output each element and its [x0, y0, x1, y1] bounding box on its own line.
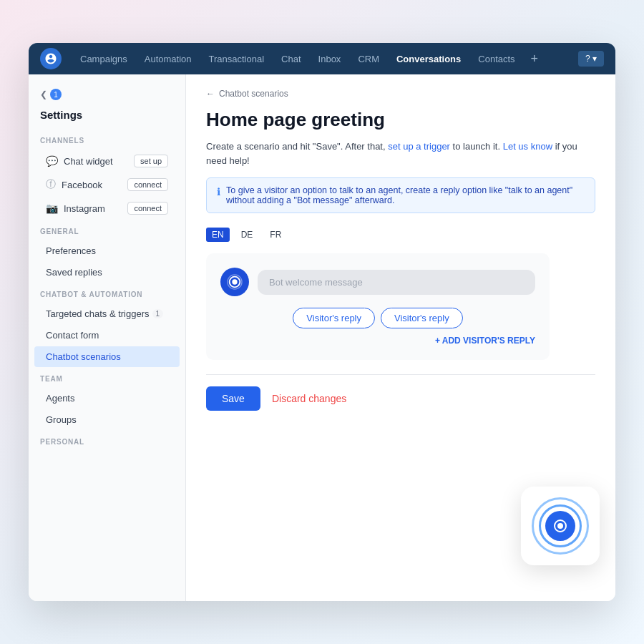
- action-buttons: Save Discard changes: [206, 386, 595, 411]
- sidebar-section-chatbot: CHATBOT & AUTOMATION: [29, 283, 185, 303]
- nav-campaigns[interactable]: Campaigns: [73, 49, 135, 69]
- sidebar-item-targeted-label: Targeted chats & triggers: [46, 308, 150, 319]
- sidebar-item-preferences[interactable]: Preferences: [34, 240, 180, 261]
- sidebar: ❮ 1 Settings CHANNELS 💬 Chat widget set …: [29, 74, 186, 601]
- sidebar-item-chat-widget-label: Chat widget: [64, 156, 113, 167]
- lang-tabs: EN DE FR: [206, 228, 595, 242]
- bot-scenario-card: Bot welcome message Visitor's reply Visi…: [206, 253, 550, 360]
- sidebar-item-facebook-label: Facebook: [62, 180, 102, 190]
- page-title: Home page greeting: [206, 109, 595, 131]
- sidebar-title: Settings: [29, 109, 185, 130]
- sidebar-item-groups[interactable]: Groups: [34, 409, 180, 430]
- add-visitor-reply-link[interactable]: + ADD VISITOR'S REPLY: [220, 336, 535, 346]
- nav-contacts[interactable]: Contacts: [471, 49, 522, 69]
- nav-help-button[interactable]: ? ▾: [578, 51, 604, 67]
- nav-inbox[interactable]: Inbox: [311, 49, 348, 69]
- sidebar-section-team: TEAM: [29, 368, 185, 387]
- sidebar-item-saved-replies[interactable]: Saved replies: [34, 262, 180, 283]
- bot-avatar: [220, 268, 249, 296]
- sidebar-back-button[interactable]: ❮ 1: [40, 89, 62, 100]
- facebook-icon: ⓕ: [46, 178, 56, 191]
- sidebar-item-agents[interactable]: Agents: [34, 388, 180, 409]
- nav-conversations[interactable]: Conversations: [389, 49, 468, 69]
- sidebar-item-instagram[interactable]: 📷 Instagram connect: [34, 197, 180, 220]
- back-arrow-icon: ❮: [40, 89, 47, 99]
- lang-tab-en[interactable]: EN: [206, 228, 230, 242]
- section-divider: [206, 374, 595, 375]
- nav-crm[interactable]: CRM: [351, 49, 386, 69]
- breadcrumb-arrow-icon: ←: [206, 89, 215, 99]
- save-button[interactable]: Save: [206, 386, 260, 411]
- info-text: To give a visitor an option to talk to a…: [226, 185, 585, 205]
- sidebar-item-chat-widget[interactable]: 💬 Chat widget set up: [34, 150, 180, 172]
- discard-button[interactable]: Discard changes: [272, 393, 346, 404]
- chatbot-widget-card[interactable]: [521, 487, 600, 565]
- ring-middle: [539, 504, 582, 547]
- sidebar-item-saved-replies-label: Saved replies: [46, 267, 102, 278]
- breadcrumb-text: Chatbot scenarios: [219, 89, 288, 99]
- nav-links: Campaigns Automation Transactional Chat …: [73, 49, 578, 69]
- trigger-link[interactable]: set up a trigger: [388, 141, 450, 152]
- bot-message-bubble[interactable]: Bot welcome message: [258, 270, 535, 295]
- chat-widget-setup-button[interactable]: set up: [134, 155, 168, 167]
- subtitle-start: Create a scenario and hit "Save". After …: [206, 141, 386, 152]
- info-icon: ℹ: [217, 186, 220, 197]
- sidebar-item-preferences-label: Preferences: [46, 245, 96, 256]
- visitor-replies: Visitor's reply Visitor's reply: [220, 308, 535, 328]
- sidebar-section-channels: CHANNELS: [29, 130, 185, 149]
- sidebar-item-chatbot-scenarios[interactable]: Chatbot scenarios: [34, 346, 180, 367]
- page-subtitle: Create a scenario and hit "Save". After …: [206, 140, 595, 167]
- nav-right: ? ▾: [578, 51, 604, 67]
- bot-message-row: Bot welcome message: [220, 268, 535, 296]
- sidebar-back-badge: 1: [50, 89, 62, 100]
- lang-tab-fr[interactable]: FR: [264, 228, 287, 242]
- sidebar-item-instagram-label: Instagram: [64, 203, 105, 214]
- app-logo[interactable]: [40, 48, 62, 69]
- visitor-reply-1[interactable]: Visitor's reply: [293, 308, 375, 328]
- breadcrumb: ← Chatbot scenarios: [206, 89, 595, 99]
- chat-icon: 💬: [46, 155, 58, 167]
- help-link[interactable]: Let us know: [503, 141, 552, 152]
- sidebar-item-contact-form[interactable]: Contact form: [34, 325, 180, 346]
- nav-plus-button[interactable]: +: [525, 49, 545, 69]
- sidebar-item-groups-label: Groups: [46, 414, 77, 425]
- sidebar-item-targeted-chats[interactable]: Targeted chats & triggers 1: [34, 303, 180, 324]
- visitor-reply-2[interactable]: Visitor's reply: [381, 308, 463, 328]
- sidebar-item-chatbot-scenarios-label: Chatbot scenarios: [46, 351, 121, 362]
- sidebar-section-personal: PERSONAL: [29, 431, 185, 450]
- sidebar-item-contact-form-label: Contact form: [46, 330, 99, 341]
- facebook-connect-button[interactable]: connect: [127, 178, 168, 191]
- nav-chat[interactable]: Chat: [274, 49, 308, 69]
- sidebar-section-general: GENERAL: [29, 220, 185, 240]
- info-box: ℹ To give a visitor an option to talk to…: [206, 177, 595, 213]
- instagram-connect-button[interactable]: connect: [127, 202, 168, 215]
- top-nav: Campaigns Automation Transactional Chat …: [29, 43, 615, 74]
- sidebar-item-agents-label: Agents: [46, 393, 74, 404]
- sidebar-header: ❮ 1: [29, 83, 185, 109]
- svg-point-0: [232, 279, 237, 284]
- lang-tab-de[interactable]: DE: [235, 228, 259, 242]
- targeted-badge: 1: [152, 309, 164, 318]
- nav-automation[interactable]: Automation: [137, 49, 199, 69]
- instagram-icon: 📷: [46, 203, 58, 214]
- nav-transactional[interactable]: Transactional: [202, 49, 272, 69]
- sidebar-item-facebook[interactable]: ⓕ Facebook connect: [34, 173, 180, 196]
